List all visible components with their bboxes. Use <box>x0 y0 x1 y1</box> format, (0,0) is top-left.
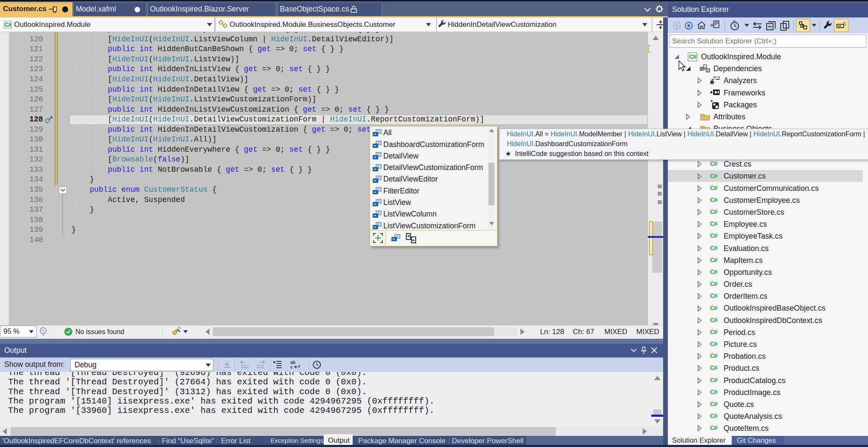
svg-text:ab: ab <box>290 360 296 365</box>
svg-text:c: c <box>290 365 293 369</box>
